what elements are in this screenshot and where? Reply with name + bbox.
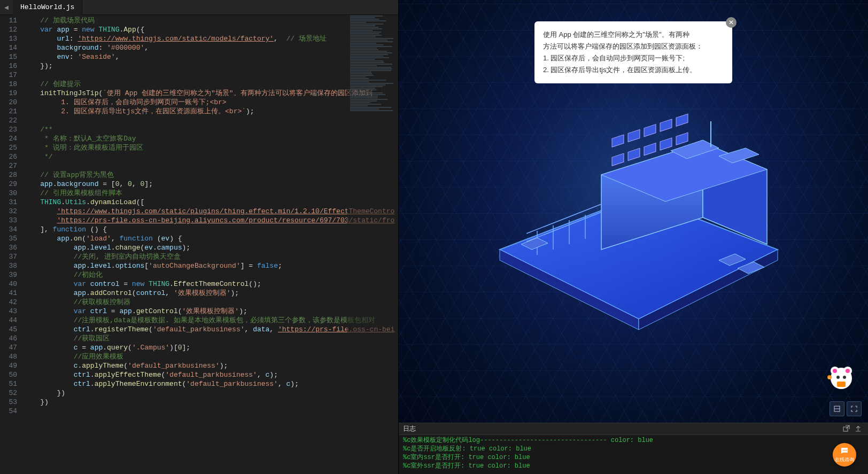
svg-rect-8 — [644, 124, 656, 136]
editor-tabbar: ◀ HelloWorld.js — [0, 0, 398, 15]
line-number-gutter: 11 12 13 14 15 16 17 18 19 20 21 22 23 2… — [0, 15, 24, 474]
log-console: 日志 %c效果模板定制化代码log-----------------------… — [399, 423, 868, 474]
tooltip-line: 1. 园区保存后，会自动同步到网页同一账号下; — [543, 52, 724, 64]
code-editor-pane: ◀ HelloWorld.js 11 12 13 14 15 16 17 18 … — [0, 0, 399, 474]
svg-rect-14 — [660, 137, 672, 150]
tab-helloworld[interactable]: HelloWorld.js — [13, 0, 82, 15]
mascot-icon[interactable]: C — [825, 361, 857, 393]
preview-pane: ✕ 使用 App 创建的三维空间称之为"场景"。有两种 方法可以将客户端保存的园… — [399, 0, 868, 474]
chat-fab-label: 在线咨询 — [835, 456, 854, 463]
log-line: %c是否开启地板反射: true color: blue — [403, 445, 864, 453]
svg-rect-12 — [628, 148, 640, 160]
svg-rect-6 — [612, 135, 624, 147]
svg-point-34 — [843, 376, 846, 379]
console-body[interactable]: %c效果模板定制化代码log--------------------------… — [399, 435, 868, 474]
setting-icon[interactable] — [830, 401, 844, 416]
viewport-controls — [830, 401, 862, 416]
chat-fab[interactable]: 在线咨询 — [833, 443, 856, 467]
svg-rect-9 — [660, 119, 672, 131]
svg-rect-35 — [837, 382, 846, 387]
svg-rect-13 — [644, 143, 656, 155]
svg-point-33 — [836, 376, 840, 379]
minimap[interactable] — [347, 15, 398, 474]
svg-point-31 — [833, 369, 837, 373]
log-line: %c效果模板定制化代码log--------------------------… — [403, 436, 864, 445]
popout-icon[interactable] — [840, 425, 852, 433]
svg-rect-11 — [612, 153, 624, 166]
upload-icon[interactable] — [852, 425, 864, 433]
editor-body[interactable]: 11 12 13 14 15 16 17 18 19 20 21 22 23 2… — [0, 15, 398, 474]
tab-prev-icon[interactable]: ◀ — [0, 3, 13, 12]
fullscreen-icon[interactable] — [847, 401, 862, 416]
log-line: %c室外ssr是否打开: true color: blue — [403, 462, 864, 470]
factory-building-model — [468, 111, 799, 335]
svg-rect-7 — [628, 129, 640, 142]
close-icon[interactable]: ✕ — [726, 17, 737, 28]
svg-rect-10 — [676, 114, 688, 126]
tooltip-line: 方法可以将客户端保存的园区添加到园区资源面板： — [543, 41, 724, 52]
svg-point-41 — [843, 450, 844, 451]
svg-point-32 — [846, 369, 850, 373]
tooltip-line: 使用 App 创建的三维空间称之为"场景"。有两种 — [543, 29, 724, 41]
svg-point-43 — [846, 450, 847, 451]
code-content[interactable]: // 加载场景代码 var app = new THING.App({ url:… — [24, 15, 398, 474]
console-header: 日志 — [399, 423, 868, 435]
3d-scene-viewport[interactable]: ✕ 使用 App 创建的三维空间称之为"场景"。有两种 方法可以将客户端保存的园… — [399, 0, 868, 423]
console-title: 日志 — [403, 424, 416, 433]
svg-text:C: C — [828, 376, 831, 380]
svg-rect-15 — [676, 133, 688, 145]
scene-tooltip: ✕ 使用 App 创建的三维空间称之为"场景"。有两种 方法可以将客户端保存的园… — [534, 21, 732, 83]
svg-point-42 — [844, 450, 846, 451]
tooltip-line: 2. 园区保存后导出tjs文件，在园区资源面板上传。 — [543, 64, 724, 76]
log-line: %c室内ssr是否打开: true color: blue — [403, 453, 864, 462]
